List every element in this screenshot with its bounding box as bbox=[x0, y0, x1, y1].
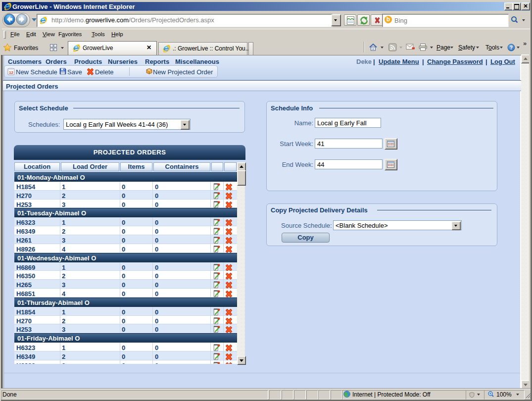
svg-text:12: 12 bbox=[9, 70, 13, 75]
svg-text:?: ? bbox=[510, 45, 513, 50]
